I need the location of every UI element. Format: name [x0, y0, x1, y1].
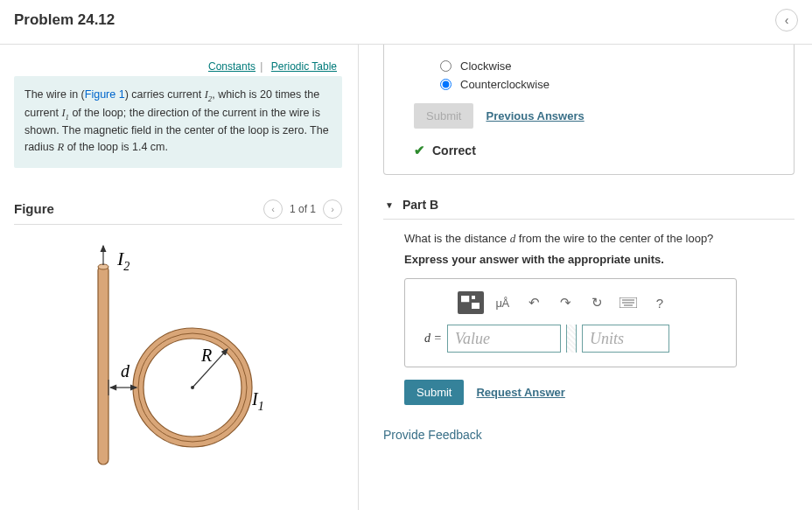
figure-pager: ‹ 1 of 1 ›	[263, 199, 342, 219]
check-icon: ✔	[414, 143, 425, 158]
part-b-submit-row: Submit Request Answer	[404, 380, 794, 405]
part-a-panel: Clockwise Counterclockwise Submit Previo…	[383, 45, 794, 175]
radio-clockwise[interactable]	[440, 60, 452, 72]
figure-1-link[interactable]: Figure 1	[85, 88, 125, 101]
correct-indicator: ✔ Correct	[414, 143, 776, 158]
collapse-icon[interactable]: ▼	[385, 200, 394, 210]
i2-label: I2	[116, 248, 130, 273]
svg-rect-13	[472, 303, 480, 309]
radio-counterclockwise[interactable]	[440, 79, 452, 90]
periodic-table-link[interactable]: Periodic Table	[271, 60, 337, 73]
content-area: Constants | Periodic Table The wire in (…	[0, 45, 812, 510]
help-icon[interactable]: ?	[647, 291, 673, 314]
answer-toolbar: μÅ ↶ ↷ ↻ ?	[458, 291, 722, 314]
reset-icon[interactable]: ↻	[584, 291, 610, 314]
problem-statement: The wire in (Figure 1) carries current I…	[14, 76, 342, 168]
equation-label: d =	[424, 332, 442, 346]
left-column: Constants | Periodic Table The wire in (…	[0, 45, 359, 510]
svg-rect-0	[98, 265, 108, 465]
units-input[interactable]: Units	[582, 325, 669, 353]
d-label: d	[121, 361, 130, 381]
figure-diagram: I2 d R I1	[49, 241, 294, 477]
previous-answers-link[interactable]: Previous Answers	[486, 109, 584, 122]
option-clockwise[interactable]: Clockwise	[440, 59, 776, 73]
figure-header: Figure ‹ 1 of 1 ›	[14, 199, 342, 225]
svg-rect-12	[472, 296, 475, 299]
figure-pager-label: 1 of 1	[290, 203, 316, 215]
figure-heading: Figure	[14, 201, 54, 216]
value-input[interactable]: Value	[447, 325, 561, 353]
redo-icon[interactable]: ↷	[552, 291, 578, 314]
reference-links: Constants | Periodic Table	[14, 60, 342, 73]
part-a-submit-row: Submit Previous Answers	[414, 103, 776, 129]
figure-prev-button[interactable]: ‹	[263, 199, 283, 219]
link-separator: |	[260, 60, 262, 73]
template-tool-icon[interactable]	[458, 291, 484, 314]
input-separator	[566, 325, 577, 353]
page-header: Problem 24.12 ‹	[0, 0, 812, 45]
keyboard-icon[interactable]	[615, 291, 641, 314]
r-label: R	[200, 346, 212, 365]
i1-label: I1	[251, 389, 264, 413]
svg-rect-11	[461, 296, 469, 302]
page-title: Problem 24.12	[14, 11, 115, 29]
part-b-submit-button[interactable]: Submit	[404, 380, 464, 405]
provide-feedback-link[interactable]: Provide Feedback	[383, 428, 794, 442]
request-answer-link[interactable]: Request Answer	[476, 386, 564, 399]
figure-next-button[interactable]: ›	[323, 199, 342, 219]
prev-problem-button[interactable]: ‹	[775, 9, 798, 31]
equation-row: d = Value Units	[424, 325, 722, 353]
part-b-header: ▼ Part B	[383, 191, 794, 220]
option-counterclockwise[interactable]: Counterclockwise	[440, 78, 776, 91]
part-b-title: Part B	[402, 198, 438, 212]
answer-input-box: μÅ ↶ ↷ ↻ ? d = Value Units	[404, 278, 737, 367]
part-b-instruction: Express your answer with the appropriate…	[404, 253, 794, 266]
right-column: Clockwise Counterclockwise Submit Previo…	[359, 45, 812, 510]
part-b-question: What is the distance d from the wire to …	[404, 232, 794, 246]
part-a-submit-button: Submit	[414, 103, 473, 129]
units-tool-icon[interactable]: μÅ	[489, 291, 515, 314]
constants-link[interactable]: Constants	[208, 60, 256, 73]
undo-icon[interactable]: ↶	[521, 291, 547, 314]
